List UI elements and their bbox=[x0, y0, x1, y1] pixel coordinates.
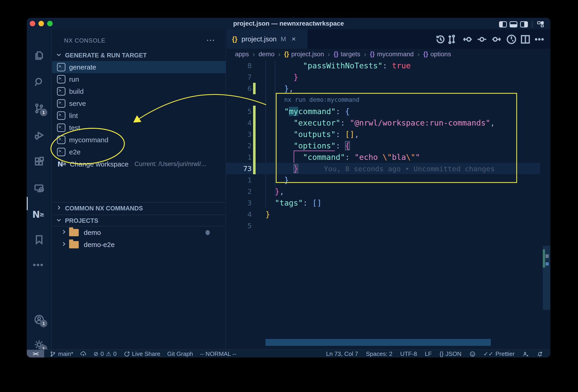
change-workspace-description: Current: /Users/juri/nrwl/... bbox=[135, 161, 206, 168]
source-control-icon[interactable]: 1 bbox=[34, 103, 45, 114]
language-mode-item[interactable]: {} JSON bbox=[439, 350, 462, 357]
target-item-test[interactable]: >_test bbox=[52, 122, 226, 134]
target-label: lint bbox=[69, 112, 78, 120]
breadcrumb-item-mycommand[interactable]: {}mycommand bbox=[370, 50, 414, 58]
code-text: "options": { bbox=[265, 140, 350, 151]
toggle-secondary-sidebar-icon[interactable] bbox=[520, 21, 528, 27]
title-bar: project.json — newnxreactwrkspace bbox=[27, 18, 550, 29]
nx-console-icon[interactable]: N≥ bbox=[32, 209, 43, 220]
section-generate-run-target[interactable]: GENERATE & RUN TARGET bbox=[52, 50, 226, 61]
code-line[interactable]: 7 } bbox=[226, 71, 540, 83]
run-timeline-icon[interactable] bbox=[506, 34, 517, 45]
codelens-command[interactable]: nx run demo:mycommand bbox=[265, 95, 359, 105]
titlebar-separator bbox=[532, 21, 532, 28]
sync-changes-icon[interactable] bbox=[80, 351, 87, 357]
indentation-item[interactable]: Spaces: 2 bbox=[366, 350, 392, 357]
problems-item[interactable]: ⊘ 0 ⚠ 0 bbox=[93, 350, 116, 357]
octoface-icon[interactable] bbox=[469, 351, 476, 357]
code-line[interactable]: 4 "executor": "@nrwl/workspace:run-comma… bbox=[226, 117, 540, 129]
customize-layout-icon[interactable] bbox=[536, 20, 544, 28]
remote-indicator[interactable]: >< bbox=[27, 350, 44, 357]
code-line[interactable]: 1 } bbox=[226, 174, 540, 186]
target-item-run[interactable]: >_run bbox=[52, 73, 226, 85]
next-change-icon[interactable] bbox=[491, 34, 502, 45]
sidebar-more-actions-icon[interactable]: ⋯ bbox=[206, 35, 216, 46]
toggle-primary-sidebar-icon[interactable] bbox=[499, 21, 507, 27]
current-change-icon[interactable] bbox=[477, 34, 487, 45]
target-label: run bbox=[69, 76, 79, 83]
target-item-e2e[interactable]: >_e2e bbox=[52, 146, 226, 158]
timeline-history-icon[interactable] bbox=[435, 34, 446, 45]
project-label: demo-e2e bbox=[84, 241, 115, 249]
bookmarks-icon[interactable] bbox=[34, 234, 45, 245]
git-graph-item[interactable]: Git Graph bbox=[167, 350, 193, 357]
line-number: 1 bbox=[226, 151, 252, 163]
code-line[interactable]: 5 "mycommand": { bbox=[226, 106, 540, 117]
target-label: generate bbox=[69, 63, 96, 71]
line-number: 2 bbox=[226, 186, 252, 197]
code-area[interactable]: 8 "passWithNoTests": true7 }6 },nx run d… bbox=[226, 60, 540, 231]
explorer-icon[interactable] bbox=[34, 50, 45, 61]
modified-line-gutter bbox=[253, 140, 256, 151]
line-number: 3 bbox=[226, 197, 252, 209]
search-icon[interactable] bbox=[34, 77, 45, 87]
feedback-icon[interactable] bbox=[522, 351, 529, 357]
target-item-mycommand[interactable]: >_mycommand bbox=[52, 134, 226, 146]
target-item-generate[interactable]: >_generate bbox=[52, 61, 226, 73]
project-item-demo-e2e[interactable]: demo-e2e bbox=[52, 239, 226, 251]
codelens-row[interactable]: nx run demo:mycommand bbox=[226, 94, 540, 106]
compare-changes-icon[interactable] bbox=[446, 34, 457, 45]
git-branch-item[interactable]: main* bbox=[50, 350, 73, 357]
breadcrumb-item-options[interactable]: {}options bbox=[423, 50, 451, 58]
additional-views-icon[interactable]: ••• bbox=[33, 260, 44, 271]
tab-project-json[interactable]: {} project.json M × bbox=[227, 29, 308, 49]
notifications-bell-icon[interactable] bbox=[536, 351, 543, 357]
line-number: 6 bbox=[226, 83, 252, 94]
change-workspace-item[interactable]: N≥ Change workspace Current: /Users/juri… bbox=[52, 158, 226, 170]
live-share-item[interactable]: Live Share bbox=[124, 350, 160, 357]
section-projects[interactable]: PROJECTS bbox=[52, 215, 226, 226]
settings-gear-icon[interactable]: 1 bbox=[34, 339, 45, 350]
code-line[interactable]: 73 }You, 8 seconds ago • Uncommitted cha… bbox=[226, 163, 540, 174]
breadcrumb-item-project.json[interactable]: {}project.json bbox=[284, 50, 324, 58]
remote-explorer-icon[interactable] bbox=[34, 183, 45, 194]
code-line[interactable]: 3 "outputs": [], bbox=[226, 129, 540, 140]
breadcrumb-item-demo[interactable]: demo bbox=[259, 50, 275, 58]
braces-icon: {} bbox=[334, 50, 338, 58]
code-line[interactable]: 8 "passWithNoTests": true bbox=[226, 60, 540, 71]
vim-mode-indicator[interactable]: -- NORMAL -- bbox=[200, 350, 236, 357]
extensions-icon[interactable] bbox=[34, 156, 45, 167]
breadcrumb[interactable]: apps›demo›{}project.json›{}targets›{}myc… bbox=[226, 49, 550, 59]
horizontal-scrollbar[interactable] bbox=[265, 339, 491, 346]
toggle-panel-icon[interactable] bbox=[510, 21, 517, 27]
code-line[interactable]: 1 "command": "echo \"bla\"" bbox=[226, 151, 540, 163]
close-tab-icon[interactable]: × bbox=[291, 35, 296, 43]
cursor-position-item[interactable]: Ln 73, Col 7 bbox=[326, 350, 358, 357]
code-text: "executor": "@nrwl/workspace:run-command… bbox=[265, 117, 495, 129]
previous-change-icon[interactable] bbox=[462, 34, 473, 45]
overview-cursor-mark bbox=[545, 254, 549, 258]
breadcrumb-item-apps[interactable]: apps bbox=[235, 50, 249, 58]
code-line[interactable]: 3 "tags": [] bbox=[226, 197, 540, 209]
prettier-item[interactable]: ✓✓ Prettier bbox=[483, 350, 515, 357]
braces-icon: {} bbox=[370, 50, 375, 58]
accounts-icon[interactable]: 1 bbox=[34, 314, 45, 325]
braces-icon: {} bbox=[439, 350, 443, 357]
section-common-nx-commands[interactable]: COMMON NX COMMANDS bbox=[52, 203, 226, 214]
overview-ruler[interactable] bbox=[543, 29, 550, 349]
code-line[interactable]: 6 }, bbox=[226, 83, 540, 94]
code-text: } bbox=[265, 71, 298, 83]
code-line[interactable]: 2 "options": { bbox=[226, 140, 540, 151]
run-debug-icon[interactable] bbox=[34, 130, 45, 141]
target-item-serve[interactable]: >_serve bbox=[52, 97, 226, 110]
eol-item[interactable]: LF bbox=[425, 350, 432, 357]
code-line[interactable]: 2 }, bbox=[226, 186, 540, 197]
target-item-build[interactable]: >_build bbox=[52, 85, 226, 97]
encoding-item[interactable]: UTF-8 bbox=[400, 350, 417, 357]
breadcrumb-item-targets[interactable]: {}targets bbox=[334, 50, 360, 58]
split-editor-icon[interactable] bbox=[520, 34, 531, 45]
code-line[interactable]: 4} bbox=[226, 209, 540, 220]
project-item-demo[interactable]: demo bbox=[52, 226, 226, 239]
code-line[interactable]: 5 bbox=[226, 220, 540, 231]
target-item-lint[interactable]: >_lint bbox=[52, 110, 226, 122]
